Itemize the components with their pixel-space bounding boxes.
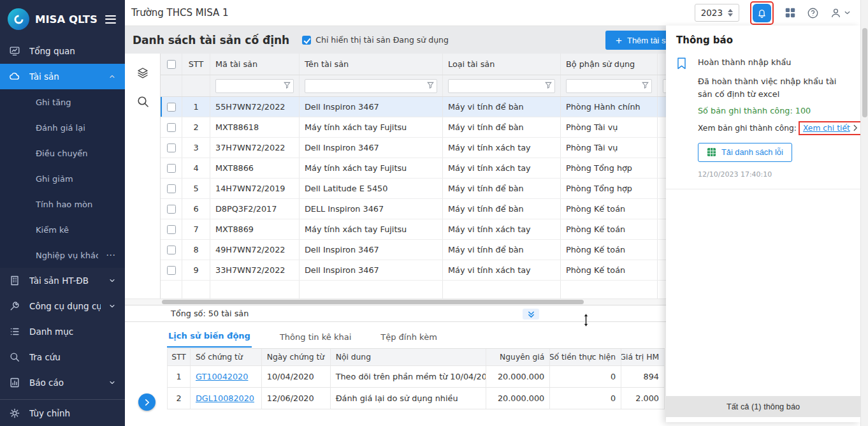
row-checkbox[interactable] bbox=[167, 246, 176, 254]
page-title: Danh sách tài sản cố định bbox=[133, 34, 289, 47]
sidebar-item-11[interactable]: Danh mục bbox=[0, 319, 125, 344]
sidebar-item-label: Tài sản bbox=[29, 71, 101, 82]
layers-button[interactable] bbox=[136, 66, 149, 80]
filter-input[interactable] bbox=[215, 79, 294, 93]
cell bbox=[443, 281, 561, 298]
cell-name: Máy tính xách tay Fujitsu bbox=[300, 219, 443, 239]
notification-bell-button[interactable] bbox=[753, 4, 771, 22]
topbar-actions: 2023 bbox=[695, 1, 850, 25]
row-select-cell bbox=[161, 117, 182, 137]
sidebar-item-13[interactable]: Báo cáo bbox=[0, 370, 125, 395]
document-link[interactable]: DGL10082020 bbox=[196, 393, 254, 403]
column-header: Tên tài sản bbox=[300, 54, 443, 75]
sidebar-item-10[interactable]: Công cụ dụng cụ bbox=[0, 293, 125, 319]
success-count: Số bản ghi thành công: 100 bbox=[698, 106, 850, 115]
sidebar-item-3[interactable]: Đánh giá lại bbox=[0, 115, 125, 140]
cell-name: Máy tính xách tay Fujitsu bbox=[300, 117, 443, 137]
sidebar-item-5[interactable]: Ghi giảm bbox=[0, 166, 125, 191]
row-checkbox[interactable] bbox=[167, 123, 176, 132]
cell-desc: Đánh giá lại do sử dụng nhiều bbox=[331, 388, 487, 409]
row-select-cell bbox=[161, 179, 182, 198]
tab-2[interactable]: Tệp đính kèm bbox=[379, 332, 438, 348]
help-button[interactable] bbox=[807, 7, 819, 19]
cell-code: D8PQ3F2/2017 bbox=[210, 199, 300, 219]
cell-date: 10/04/2020 bbox=[262, 366, 331, 387]
cell-type: Máy vi tính xách tay bbox=[443, 219, 561, 239]
sidebar-item-label: Tùy chỉnh bbox=[29, 408, 116, 418]
catalog-icon bbox=[9, 326, 22, 337]
active-assets-filter-checkbox[interactable]: Chỉ hiển thị tài sản Đang sử dụng bbox=[302, 35, 449, 45]
filter-input[interactable] bbox=[305, 79, 437, 93]
user-menu-button[interactable] bbox=[830, 7, 850, 19]
cell-doc: DGL10082020 bbox=[191, 388, 262, 409]
org-title: Trường THCS MISA 1 bbox=[131, 7, 695, 18]
cell-dept: Phòng Kế toán bbox=[561, 240, 658, 260]
select-all-checkbox[interactable] bbox=[167, 60, 176, 69]
cell-amount: 0 bbox=[550, 388, 621, 409]
cell bbox=[182, 281, 210, 298]
apps-grid-button[interactable] bbox=[785, 7, 796, 18]
sidebar-item-4[interactable]: Điều chuyển bbox=[0, 140, 125, 166]
filter-icon[interactable] bbox=[427, 81, 434, 91]
fiscal-year-select[interactable]: 2023 bbox=[695, 4, 739, 22]
menu-toggle-icon[interactable] bbox=[103, 13, 118, 26]
cell-name: Dell Inspiron 3467 bbox=[300, 138, 443, 158]
cell-code: MXT88618 bbox=[210, 117, 300, 137]
sidebar-item-9[interactable]: Tài sản HT-ĐB bbox=[0, 268, 125, 293]
cell-stt: 2 bbox=[182, 117, 210, 137]
filter-icon[interactable] bbox=[545, 81, 552, 91]
sidebar-item-12[interactable]: Tra cứu bbox=[0, 344, 125, 370]
sidebar-item-8[interactable]: Nghiệp vụ khác⋯ bbox=[0, 242, 125, 268]
report-icon bbox=[9, 377, 22, 388]
filter-input[interactable] bbox=[566, 79, 652, 93]
column-header: Bộ phận sử dụng bbox=[561, 54, 658, 75]
spinner-icon[interactable] bbox=[728, 9, 733, 17]
row-select-cell bbox=[161, 260, 182, 280]
chevron-down-icon bbox=[844, 11, 850, 15]
tools-icon bbox=[9, 300, 22, 312]
view-details-link[interactable]: Xem chi tiết bbox=[803, 124, 850, 133]
sidebar-item-1[interactable]: Tài sản bbox=[0, 64, 125, 89]
scrollbar-thumb[interactable] bbox=[162, 300, 584, 304]
column-header: Nội dung bbox=[331, 349, 487, 365]
sidebar-item-0[interactable]: Tổng quan bbox=[0, 38, 125, 64]
filter-icon[interactable] bbox=[284, 81, 291, 91]
cell-stt: 9 bbox=[182, 260, 210, 280]
expand-panel-button[interactable] bbox=[138, 393, 156, 411]
sidebar-item-settings[interactable]: Tùy chỉnh bbox=[0, 399, 125, 426]
search-button[interactable] bbox=[136, 95, 149, 108]
topbar: Trường THCS MISA 1 2023 bbox=[125, 0, 860, 26]
all-notifications-button[interactable]: Tất cả (1) thông báo bbox=[666, 396, 860, 417]
annotation-box-bell bbox=[750, 1, 774, 25]
sidebar-item-2[interactable]: Ghi tăng bbox=[0, 89, 125, 115]
filter-input[interactable] bbox=[448, 79, 555, 93]
grid-toolbar bbox=[125, 54, 161, 298]
row-checkbox[interactable] bbox=[167, 143, 176, 152]
page-scrollbar[interactable] bbox=[860, 0, 868, 426]
more-icon[interactable]: ⋯ bbox=[106, 249, 116, 261]
row-checkbox[interactable] bbox=[167, 266, 176, 275]
filter-icon[interactable] bbox=[642, 81, 649, 91]
document-link[interactable]: GT10042020 bbox=[196, 372, 248, 381]
cell-type: Máy vi tính để bàn bbox=[443, 240, 561, 260]
row-checkbox[interactable] bbox=[167, 103, 176, 112]
tab-1[interactable]: Thông tin kê khai bbox=[278, 332, 352, 348]
sidebar-item-label: Danh mục bbox=[29, 327, 116, 337]
annotation-box-link: Xem chi tiết bbox=[799, 121, 862, 135]
tab-0[interactable]: Lịch sử biến động bbox=[167, 331, 252, 348]
sidebar-item-6[interactable]: Tính hao mòn bbox=[0, 191, 125, 217]
row-checkbox[interactable] bbox=[167, 205, 176, 214]
scrollbar-thumb[interactable] bbox=[862, 28, 867, 117]
sidebar-item-7[interactable]: Kiểm kê bbox=[0, 217, 125, 242]
download-errors-button[interactable]: Tải danh sách lỗi bbox=[698, 143, 792, 162]
row-checkbox[interactable] bbox=[167, 164, 176, 173]
row-checkbox[interactable] bbox=[167, 184, 176, 193]
cell-dept: Phòng Kế toán bbox=[561, 199, 658, 219]
cell-code: MXT8866 bbox=[210, 158, 300, 178]
history-row-2: 2DGL1008202012/06/2020Đánh giá lại do sử… bbox=[168, 388, 665, 409]
cell-amount: 0 bbox=[550, 366, 621, 387]
notification-item[interactable]: Hoàn thành nhập khẩu Đã hoàn thành việc … bbox=[676, 56, 850, 179]
collapse-detail-button[interactable] bbox=[523, 309, 539, 320]
cell-cost: 20.000.000 bbox=[486, 366, 550, 387]
row-checkbox[interactable] bbox=[167, 225, 176, 234]
